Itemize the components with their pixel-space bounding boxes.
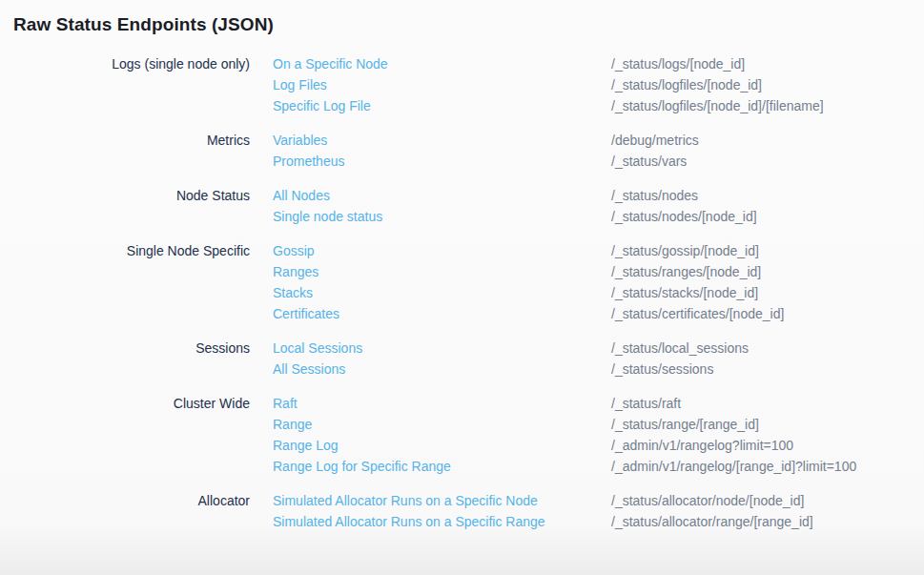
endpoint-row: Log Files /_status/logfiles/[node_id] (250, 74, 924, 95)
endpoint-link[interactable]: Certificates (250, 303, 611, 324)
endpoint-path: /_status/stacks/[node_id] (611, 282, 924, 303)
category-label: Sessions (13, 338, 250, 380)
endpoint-link[interactable]: Range (250, 414, 611, 435)
endpoint-link[interactable]: On a Specific Node (250, 53, 611, 74)
endpoint-link[interactable]: All Nodes (250, 185, 611, 206)
endpoint-link[interactable]: Prometheus (250, 151, 611, 172)
endpoint-row: Ranges /_status/ranges/[node_id] (250, 261, 924, 282)
category-label: Allocator (13, 490, 250, 532)
endpoint-row: Raft /_status/raft (250, 393, 924, 414)
category-label: Cluster Wide (13, 393, 250, 477)
endpoint-row: All Nodes /_status/nodes (250, 185, 924, 206)
endpoint-row: Prometheus /_status/vars (250, 151, 924, 172)
endpoint-link[interactable]: All Sessions (250, 359, 611, 380)
endpoint-path: /_status/certificates/[node_id] (611, 303, 924, 324)
endpoint-group: Allocator Simulated Allocator Runs on a … (13, 490, 924, 532)
endpoint-row: Specific Log File /_status/logfiles/[nod… (250, 95, 924, 116)
endpoint-row: On a Specific Node /_status/logs/[node_i… (250, 53, 924, 74)
endpoint-link[interactable]: Specific Log File (250, 95, 611, 116)
endpoint-link[interactable]: Ranges (250, 261, 611, 282)
endpoint-path: /_status/gossip/[node_id] (611, 240, 924, 261)
endpoint-group: Cluster Wide Raft /_status/raft Range /_… (13, 393, 924, 477)
endpoints-table: Logs (single node only) On a Specific No… (13, 53, 924, 532)
endpoint-path: /_status/vars (611, 151, 924, 172)
endpoint-path: /_status/nodes (611, 185, 924, 206)
category-label: Logs (single node only) (13, 53, 250, 116)
endpoint-path: /_status/raft (611, 393, 924, 414)
endpoint-link[interactable]: Stacks (250, 282, 611, 303)
endpoint-path: /_status/nodes/[node_id] (611, 206, 924, 227)
endpoint-group-rows: Simulated Allocator Runs on a Specific N… (250, 490, 924, 532)
endpoint-row: Range Log /_admin/v1/rangelog?limit=100 (250, 435, 924, 456)
endpoint-group: Metrics Variables /debug/metrics Prometh… (13, 130, 924, 172)
endpoint-path: /_status/local_sessions (611, 338, 924, 359)
endpoint-link[interactable]: Raft (250, 393, 611, 414)
endpoint-row: Local Sessions /_status/local_sessions (250, 338, 924, 359)
endpoint-row: Gossip /_status/gossip/[node_id] (250, 240, 924, 261)
endpoint-link[interactable]: Range Log (250, 435, 611, 456)
endpoint-link[interactable]: Log Files (250, 74, 611, 95)
endpoint-path: /_status/range/[range_id] (611, 414, 924, 435)
endpoint-group-rows: Variables /debug/metrics Prometheus /_st… (250, 130, 924, 172)
endpoint-group: Single Node Specific Gossip /_status/gos… (13, 240, 924, 324)
endpoint-link[interactable]: Simulated Allocator Runs on a Specific N… (250, 490, 611, 511)
endpoint-path: /_status/allocator/range/[range_id] (611, 511, 924, 532)
page-title: Raw Status Endpoints (JSON) (13, 12, 924, 37)
category-label: Single Node Specific (13, 240, 250, 324)
endpoint-link[interactable]: Single node status (250, 206, 611, 227)
endpoint-group: Logs (single node only) On a Specific No… (13, 53, 924, 116)
endpoint-path: /_admin/v1/rangelog/[range_id]?limit=100 (611, 456, 924, 477)
endpoint-row: Simulated Allocator Runs on a Specific N… (250, 490, 924, 511)
endpoint-group-rows: Raft /_status/raft Range /_status/range/… (250, 393, 924, 477)
endpoint-path: /_status/logs/[node_id] (611, 53, 924, 74)
endpoint-link[interactable]: Range Log for Specific Range (250, 456, 611, 477)
endpoint-row: Single node status /_status/nodes/[node_… (250, 206, 924, 227)
endpoint-path: /_status/ranges/[node_id] (611, 261, 924, 282)
endpoint-group-rows: All Nodes /_status/nodes Single node sta… (250, 185, 924, 227)
endpoint-row: Simulated Allocator Runs on a Specific R… (250, 511, 924, 532)
endpoint-link[interactable]: Local Sessions (250, 338, 611, 359)
page: Raw Status Endpoints (JSON) Logs (single… (0, 0, 924, 575)
endpoint-row: Stacks /_status/stacks/[node_id] (250, 282, 924, 303)
endpoint-group-rows: Local Sessions /_status/local_sessions A… (250, 338, 924, 380)
endpoint-path: /debug/metrics (611, 130, 924, 151)
endpoint-row: Range /_status/range/[range_id] (250, 414, 924, 435)
category-label: Metrics (13, 130, 250, 172)
endpoint-group: Sessions Local Sessions /_status/local_s… (13, 338, 924, 380)
endpoint-group-rows: Gossip /_status/gossip/[node_id] Ranges … (250, 240, 924, 324)
endpoint-link[interactable]: Gossip (250, 240, 611, 261)
endpoint-row: Certificates /_status/certificates/[node… (250, 303, 924, 324)
endpoint-path: /_status/logfiles/[node_id] (611, 74, 924, 95)
endpoint-path: /_status/logfiles/[node_id]/[filename] (611, 95, 924, 116)
endpoint-link[interactable]: Variables (250, 130, 611, 151)
endpoint-row: Range Log for Specific Range /_admin/v1/… (250, 456, 924, 477)
category-label: Node Status (13, 185, 250, 227)
endpoint-group-rows: On a Specific Node /_status/logs/[node_i… (250, 53, 924, 116)
endpoint-path: /_status/allocator/node/[node_id] (611, 490, 924, 511)
endpoint-row: Variables /debug/metrics (250, 130, 924, 151)
endpoint-group: Node Status All Nodes /_status/nodes Sin… (13, 185, 924, 227)
endpoint-row: All Sessions /_status/sessions (250, 359, 924, 380)
endpoint-link[interactable]: Simulated Allocator Runs on a Specific R… (250, 511, 611, 532)
endpoint-path: /_status/sessions (611, 359, 924, 380)
endpoint-path: /_admin/v1/rangelog?limit=100 (611, 435, 924, 456)
